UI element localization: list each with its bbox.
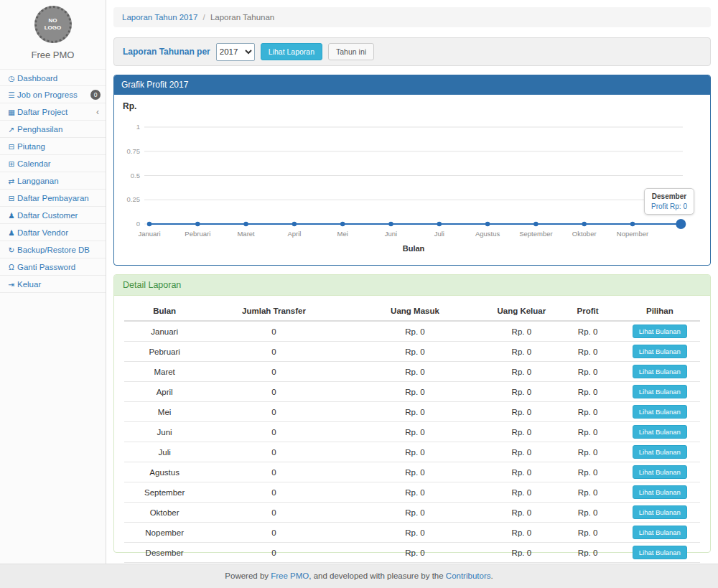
table-row: Juni0Rp. 0Rp. 0Rp. 0Lihat Bulanan [124,422,700,442]
sidebar-item-piutang[interactable]: ⊟Piutang [0,138,106,155]
table-row: Desember0Rp. 0Rp. 0Rp. 0Lihat Bulanan [124,543,700,563]
data-point-agustus[interactable] [485,222,490,226]
sidebar-item-langganan[interactable]: ⇄Langganan [0,172,106,190]
bulan-cell: Mei [124,402,205,422]
sidebar-item-keluar[interactable]: ⇥Keluar [0,276,106,293]
lihat-bulanan-button[interactable]: Lihat Bulanan [633,365,687,378]
money-icon: ⊟ [6,190,17,207]
lihat-bulanan-button[interactable]: Lihat Bulanan [633,385,687,398]
sidebar-item-daftar-pembayaran[interactable]: ⊟Daftar Pembayaran [0,190,106,207]
sidebar-item-label: Ganti Password [17,263,75,271]
data-point-juli[interactable] [437,222,442,226]
lihat-bulanan-button[interactable]: Lihat Bulanan [633,485,687,499]
pilihan-cell: Lihat Bulanan [620,362,700,382]
lihat-laporan-button[interactable]: Lihat Laporan [261,43,322,60]
y-tick-label: 0 [136,220,140,228]
sidebar-item-backup-restore-db[interactable]: ↻Backup/Restore DB [0,241,106,258]
x-tick-label: Juli [434,230,444,238]
column-header: Pilihan [620,302,700,321]
data-point-oktober[interactable] [582,222,587,226]
profit-cell: Rp. 0 [556,543,619,563]
lihat-bulanan-button[interactable]: Lihat Bulanan [633,465,687,479]
x-tick-label: April [287,230,301,238]
sidebar-item-daftar-project[interactable]: ▦Daftar Project‹ [0,103,106,121]
footer: Powered by Free PMO, and developed with … [0,564,718,588]
sidebar-item-daftar-vendor[interactable]: ♟Daftar Vendor [0,224,106,241]
profit-chart-panel: Grafik Profit 2017 Rp.10.750.50.250Janua… [113,75,711,266]
year-select[interactable]: 2017 [216,43,255,61]
sidebar-item-job-on-progress[interactable]: ☰Job on Progress0 [0,86,106,103]
data-point-mei[interactable] [340,222,345,226]
users-icon: ♟ [6,224,17,241]
sidebar-item-label: Calendar [17,159,51,168]
keluar-cell: Rp. 0 [487,462,556,482]
column-header: Uang Keluar [487,302,556,321]
profit-cell: Rp. 0 [556,442,619,462]
lihat-bulanan-button[interactable]: Lihat Bulanan [633,546,687,559]
pilihan-cell: Lihat Bulanan [620,422,700,442]
x-axis-label: Bulan [403,244,425,253]
footer-link-free-pmo[interactable]: Free PMO [271,571,309,580]
x-tick-label: Maret [237,230,255,238]
masuk-cell: Rp. 0 [343,462,488,482]
bulan-cell: April [124,382,205,402]
pilihan-cell: Lihat Bulanan [620,462,700,482]
data-point-januari[interactable] [147,222,151,226]
sidebar-item-penghasilan[interactable]: ↗Penghasilan [0,121,106,138]
table-row: Nopember0Rp. 0Rp. 0Rp. 0Lihat Bulanan [124,523,700,543]
data-point-april[interactable] [292,222,297,226]
transfer-cell: 0 [205,482,342,503]
lihat-bulanan-button[interactable]: Lihat Bulanan [633,325,687,338]
breadcrumb-link-laporan-tahun[interactable]: Laporan Tahun 2017 [122,13,197,22]
table-row: Oktober0Rp. 0Rp. 0Rp. 0Lihat Bulanan [124,503,700,523]
lihat-bulanan-button[interactable]: Lihat Bulanan [633,445,687,459]
sidebar-item-dashboard[interactable]: ◷Dashboard [0,69,106,86]
bulan-cell: Agustus [124,462,205,482]
pilihan-cell: Lihat Bulanan [620,402,700,422]
sidebar-item-label: Backup/Restore DB [17,246,90,254]
lihat-bulanan-button[interactable]: Lihat Bulanan [633,345,687,358]
transfer-cell: 0 [205,422,342,442]
bulan-cell: Nopember [124,523,205,543]
lihat-bulanan-button[interactable]: Lihat Bulanan [633,425,687,439]
sign-out-icon: ⇥ [6,276,17,293]
data-point-desember[interactable] [676,219,686,229]
tahun-ini-button[interactable]: Tahun ini [328,43,374,60]
sidebar-item-daftar-customer[interactable]: ♟Daftar Customer [0,207,106,224]
y-tick-label: 0.25 [127,195,141,203]
lihat-bulanan-button[interactable]: Lihat Bulanan [633,505,687,519]
sidebar-item-calendar[interactable]: ⊞Calendar [0,155,106,172]
sidebar-item-label: Langganan [17,177,59,185]
data-point-juni[interactable] [388,222,393,226]
column-header: Profit [556,302,619,321]
profit-cell: Rp. 0 [556,402,619,422]
page: NO LOGO Free PMO ◷Dashboard☰Job on Progr… [0,0,718,588]
bulan-cell: Juli [124,442,205,462]
footer-link-contributors[interactable]: Contributors [446,571,491,580]
filter-bar: Laporan Tahunan per 2017 Lihat Laporan T… [113,37,711,66]
sidebar-item-label: Keluar [17,280,41,289]
data-point-maret[interactable] [243,222,248,226]
transfer-cell: 0 [205,382,342,402]
x-tick-label: Juni [385,230,397,238]
sidebar-item-label: Dashboard [17,74,57,83]
profit-cell: Rp. 0 [556,321,619,342]
lihat-bulanan-button[interactable]: Lihat Bulanan [633,526,687,539]
profit-cell: Rp. 0 [556,482,619,503]
breadcrumb: Laporan Tahun 2017 / Laporan Tahunan [113,7,711,27]
keluar-cell: Rp. 0 [487,523,556,543]
data-point-september[interactable] [533,222,538,226]
masuk-cell: Rp. 0 [343,523,488,543]
data-point-pebruari[interactable] [195,222,200,226]
pilihan-cell: Lihat Bulanan [620,321,700,342]
x-tick-label: Oktober [572,230,597,238]
masuk-cell: Rp. 0 [343,321,488,342]
chevron-left-icon: ‹ [96,103,99,121]
pilihan-cell: Lihat Bulanan [620,382,700,402]
x-tick-label: Januari [138,230,160,238]
transfer-cell: 0 [205,362,342,382]
data-point-nopember[interactable] [630,222,635,226]
lihat-bulanan-button[interactable]: Lihat Bulanan [633,405,687,419]
refresh-icon: ↻ [6,241,17,258]
sidebar-item-ganti-password[interactable]: ΩGanti Password [0,258,106,276]
